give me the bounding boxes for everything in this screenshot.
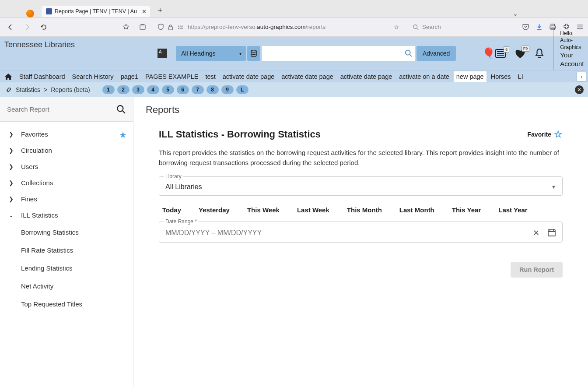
tab-favicon-icon bbox=[46, 8, 52, 14]
breadcrumb-sep: > bbox=[44, 86, 47, 93]
lists-button[interactable]: 6 bbox=[495, 49, 506, 58]
breadcrumb-close-icon[interactable]: ✕ bbox=[575, 85, 584, 94]
tab-close-icon[interactable]: ✕ bbox=[142, 8, 147, 15]
nav-item-test[interactable]: test bbox=[205, 73, 215, 80]
advanced-label: Advanced bbox=[423, 50, 450, 57]
print-icon[interactable] bbox=[549, 23, 556, 31]
search-icon[interactable] bbox=[116, 105, 126, 114]
headings-dropdown[interactable]: All Headings ▾ bbox=[176, 46, 246, 61]
nav-item-new-page[interactable]: new page bbox=[454, 71, 486, 82]
breadcrumb-reports[interactable]: Reports (beta) bbox=[51, 86, 90, 93]
account-hello: Hello, Auto-Graphics bbox=[560, 30, 584, 51]
nav-item-search-history[interactable]: Search History bbox=[72, 73, 114, 80]
num-pills: 1 2 3 4 5 6 7 8 9 L bbox=[102, 85, 248, 94]
url-bar[interactable]: https://preprod-tenv-verso.auto-graphics… bbox=[153, 20, 404, 34]
sidebar-item-users[interactable]: ❯ Users bbox=[0, 158, 133, 175]
account-menu[interactable]: Hello, Auto-Graphics Your Account ⌄ bbox=[553, 30, 584, 76]
advanced-search-button[interactable]: Advanced bbox=[416, 46, 456, 61]
sync-button[interactable] bbox=[136, 21, 149, 33]
run-report-button[interactable]: Run Report bbox=[511, 262, 563, 278]
shortcut-lastmonth[interactable]: Last Month bbox=[399, 206, 434, 214]
app-header: Tennessee Libraries All Headings ▾ Advan… bbox=[0, 37, 588, 70]
sidebar-subitem-netactivity[interactable]: Net Activity bbox=[0, 277, 133, 295]
nav-item-staff-dashboard[interactable]: Staff Dashboard bbox=[19, 73, 65, 80]
favorite-label: Favorite bbox=[528, 131, 551, 138]
sidebar-subitem-borrowing[interactable]: Borrowing Statistics bbox=[0, 223, 133, 241]
nav-item-activate-3[interactable]: activate date page bbox=[340, 73, 392, 80]
nav-item-activate-1[interactable]: activate date page bbox=[223, 73, 275, 80]
nav-item-page1[interactable]: page1 bbox=[121, 73, 138, 80]
sidebar-item-collections[interactable]: ❯ Collections bbox=[0, 175, 133, 191]
pill-8[interactable]: 8 bbox=[206, 85, 219, 94]
favorites-button[interactable]: F9 bbox=[514, 48, 526, 59]
sidebar-subitem-toprequested[interactable]: Top Requested Titles bbox=[0, 295, 133, 313]
shortcut-lastweek[interactable]: Last Week bbox=[297, 206, 329, 214]
favorite-button[interactable]: Favorite ☆ bbox=[528, 129, 563, 140]
nav-item-li[interactable]: LI bbox=[518, 73, 523, 80]
clear-icon[interactable]: ✕ bbox=[533, 228, 539, 238]
sidebar-subitem-fillrate[interactable]: Fill Rate Statistics bbox=[0, 241, 133, 259]
date-range-label: Date Range * bbox=[164, 218, 199, 225]
nav-item-horses[interactable]: Horses bbox=[491, 73, 511, 80]
calendar-icon[interactable] bbox=[547, 228, 556, 238]
menu-icon[interactable] bbox=[576, 23, 584, 31]
bell-icon bbox=[535, 48, 544, 59]
pill-1[interactable]: 1 bbox=[102, 85, 115, 94]
browser-tab[interactable]: Reports Page | TENV | TENV | Au ✕ bbox=[42, 6, 150, 17]
balloon-icon[interactable]: 🎈 bbox=[482, 47, 495, 60]
favorites-badge: F9 bbox=[522, 46, 530, 52]
sidebar-search-input[interactable] bbox=[7, 106, 116, 113]
bookmark-icon[interactable]: ☆ bbox=[394, 24, 399, 31]
new-tab-button[interactable]: + bbox=[154, 4, 166, 17]
shortcut-today[interactable]: Today bbox=[162, 206, 181, 214]
shortcut-thisyear[interactable]: This Year bbox=[452, 206, 481, 214]
shortcut-thisweek[interactable]: This Week bbox=[247, 206, 280, 214]
report-card: ILL Statistics - Borrowing Statistics Fa… bbox=[146, 124, 576, 257]
breadcrumb-statistics[interactable]: Statistics bbox=[16, 86, 40, 93]
nav-more-button[interactable]: › bbox=[577, 72, 586, 81]
nav-item-pages-example[interactable]: PAGES EXAMPLE bbox=[145, 73, 198, 80]
sidebar-item-circulation[interactable]: ❯ Circulation bbox=[0, 142, 133, 158]
sidebar-subitem-lending[interactable]: Lending Statistics bbox=[0, 259, 133, 277]
forward-button[interactable] bbox=[21, 21, 33, 33]
svg-rect-3 bbox=[180, 25, 183, 26]
pill-L[interactable]: L bbox=[236, 85, 248, 94]
shortcut-yesterday[interactable]: Yesterday bbox=[199, 206, 230, 214]
pill-6[interactable]: 6 bbox=[177, 85, 189, 94]
sidebar-item-favorites[interactable]: ❯ Favorites bbox=[0, 126, 133, 142]
nav-item-activate-2[interactable]: activate date page bbox=[281, 73, 333, 80]
language-icon[interactable] bbox=[158, 49, 167, 58]
breadcrumb-bar: Statistics > Reports (beta) 1 2 3 4 5 6 … bbox=[0, 82, 588, 97]
sidebar-list: ★ ❯ Favorites ❯ Circulation ❯ Users ❯ Co… bbox=[0, 122, 133, 387]
shortcut-thismonth[interactable]: This Month bbox=[347, 206, 382, 214]
home-button[interactable] bbox=[120, 21, 132, 33]
pill-9[interactable]: 9 bbox=[221, 85, 234, 94]
report-title: ILL Statistics - Borrowing Statistics bbox=[159, 129, 321, 140]
library-select[interactable]: Library All Libraries ▼ bbox=[159, 176, 563, 196]
search-button[interactable] bbox=[402, 46, 415, 61]
pill-5[interactable]: 5 bbox=[162, 85, 174, 94]
tabs-dropdown-icon[interactable]: ⌄ bbox=[513, 10, 518, 17]
pill-4[interactable]: 4 bbox=[147, 85, 159, 94]
svg-rect-9 bbox=[551, 28, 555, 30]
pocket-icon[interactable] bbox=[522, 23, 529, 31]
pill-7[interactable]: 7 bbox=[192, 85, 204, 94]
download-icon[interactable] bbox=[536, 23, 543, 31]
notifications-button[interactable] bbox=[535, 48, 544, 59]
svg-point-13 bbox=[117, 106, 123, 111]
back-button[interactable] bbox=[4, 21, 17, 33]
database-icon[interactable] bbox=[247, 46, 260, 61]
nav-item-activate-on[interactable]: activate on a date bbox=[399, 73, 449, 80]
main-search-input[interactable] bbox=[262, 46, 402, 61]
pill-3[interactable]: 3 bbox=[132, 85, 144, 94]
permissions-icon bbox=[177, 24, 184, 30]
favorite-star-icon[interactable]: ★ bbox=[119, 130, 127, 140]
date-range-input[interactable] bbox=[165, 229, 533, 237]
home-icon[interactable] bbox=[4, 73, 12, 80]
sidebar-item-fines[interactable]: ❯ Fines bbox=[0, 191, 133, 207]
shortcut-lastyear[interactable]: Last Year bbox=[498, 206, 527, 214]
reload-button[interactable] bbox=[38, 21, 50, 33]
extensions-icon[interactable] bbox=[563, 23, 570, 31]
sidebar-item-ill-statistics[interactable]: ⌄ ILL Statistics bbox=[0, 207, 133, 223]
pill-2[interactable]: 2 bbox=[117, 85, 130, 94]
